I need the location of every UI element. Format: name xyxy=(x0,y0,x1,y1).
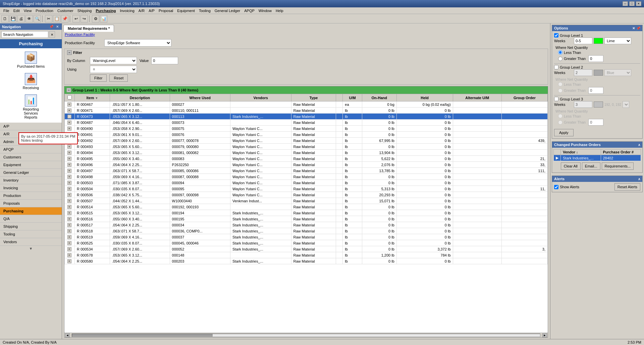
toolbar-redo[interactable]: ↪ xyxy=(80,15,88,22)
table-row[interactable]: + R 000534 .057/.069 X 2.60... 000052 St… xyxy=(65,246,548,252)
group3-checkbox[interactable] xyxy=(554,97,558,101)
group1-color-box[interactable] xyxy=(594,38,603,44)
col-desc[interactable]: Description xyxy=(110,94,170,101)
col-flag[interactable] xyxy=(336,94,343,101)
filter-header[interactable]: − Filter xyxy=(67,50,545,55)
menu-ap[interactable]: A/P xyxy=(147,8,157,13)
table-row[interactable]: + R 000503 .071/.085 X 3.87... 000094 Wa… xyxy=(65,180,548,186)
group1-color-select[interactable]: Lime Blue Yellow xyxy=(604,38,631,44)
menu-tooling[interactable]: Tooling xyxy=(197,8,213,13)
table-row[interactable]: + R 000516 .055/.060 X 3.40... 000195 St… xyxy=(65,216,548,222)
options-close-button[interactable]: ✕ xyxy=(632,26,635,30)
toolbar-new[interactable]: 🗋 xyxy=(1,15,9,22)
tab-material-requirements[interactable]: Material Requirements * xyxy=(63,25,114,32)
nav-item-shipping[interactable]: Shipping xyxy=(0,223,62,230)
breadcrumb-link[interactable]: Production Facility xyxy=(65,32,95,37)
group1-checkbox[interactable] xyxy=(554,33,558,38)
close-button[interactable]: ✕ xyxy=(636,1,641,6)
nav-item-gl[interactable]: General Ledger xyxy=(0,169,62,177)
nav-item-apqp[interactable]: APQP xyxy=(0,146,62,153)
menu-production[interactable]: Production xyxy=(34,8,55,13)
nav-item-proposals[interactable]: Proposals xyxy=(0,200,62,207)
group2-checkbox[interactable] xyxy=(554,65,558,69)
breadcrumb[interactable]: Production Facility xyxy=(62,32,550,37)
table-row[interactable]: + R 000517 .054/.064 X 2.25... 000034 St… xyxy=(65,222,548,228)
clear-all-button[interactable]: Clear All xyxy=(561,162,581,170)
nav-item-inventory[interactable]: Inventory xyxy=(0,177,62,184)
reset-alerts-button[interactable]: Reset Alerts xyxy=(614,183,640,191)
nav-item-ap[interactable]: A/P xyxy=(0,123,62,130)
row-expand-button[interactable]: + xyxy=(67,127,71,131)
table-row[interactable]: + R 000504 .030/.035 X 8.07... 000095 Wa… xyxy=(65,186,548,192)
nav-reporting[interactable]: 📊 Reporting Services Reports xyxy=(16,93,46,121)
row-expand-button[interactable]: + xyxy=(67,199,71,203)
group2-weeks-input[interactable] xyxy=(574,69,592,76)
row-expand-button[interactable]: + xyxy=(67,187,71,191)
row-expand-button[interactable]: + xyxy=(67,163,71,167)
show-alerts-checkbox[interactable] xyxy=(554,185,558,189)
col-um[interactable]: U/M xyxy=(343,94,362,101)
nav-item-customers[interactable]: Customers xyxy=(0,153,62,161)
toolbar-search[interactable]: 🔍 xyxy=(34,15,41,22)
col-onhand[interactable]: On-Hand xyxy=(362,94,396,101)
row-expand-button[interactable]: + xyxy=(67,181,71,185)
menu-invoicing[interactable]: Invoicing xyxy=(118,8,136,13)
table-row[interactable]: + R 000495 .055/.060 X 3.40... 000083 Wa… xyxy=(65,156,548,162)
group1-less-than-radio[interactable] xyxy=(558,50,562,55)
nav-item-vendors[interactable]: Vendors xyxy=(0,238,62,246)
table-row[interactable]: + R 000514 .053/.065 X 5.60... 000192, 0… xyxy=(65,204,548,210)
table-row[interactable]: + R 000493 .053/.065 X 5.60... 000079, 0… xyxy=(65,144,548,150)
nav-item-qa[interactable]: Q/A xyxy=(0,215,62,223)
row-expand-button[interactable]: + xyxy=(67,247,71,251)
toolbar-preview[interactable]: 👁 xyxy=(25,15,33,22)
table-row[interactable]: + R 000497 .063/.071 X 58.7... 000085, 0… xyxy=(65,168,548,174)
menu-apqp[interactable]: APQP xyxy=(242,8,257,13)
table-row[interactable]: + R 000471 .057/.069 X 2.60... 000110, 0… xyxy=(65,108,548,114)
menu-gl[interactable]: General Ledger xyxy=(213,8,242,13)
row-expand-button[interactable]: + xyxy=(67,241,71,245)
row-expand-button[interactable]: + xyxy=(67,175,71,179)
table-row[interactable]: + R 000467 .051/.057 X 1.80... 000027 Ra… xyxy=(65,101,548,108)
row-expand-button[interactable]: + xyxy=(67,109,71,113)
row-expand-button[interactable]: + xyxy=(67,235,71,239)
scroll-left-button[interactable]: ◄ xyxy=(65,333,70,337)
changed-po-collapse[interactable]: ∧ xyxy=(638,143,640,147)
group3-weeks-input[interactable] xyxy=(574,101,592,108)
col-type[interactable]: Type xyxy=(291,94,336,101)
reset-button[interactable]: Reset xyxy=(109,74,128,82)
nav-item-invoicing[interactable]: Invoicing xyxy=(0,184,62,192)
row-expand-button[interactable]: + xyxy=(67,193,71,197)
filter-value-input[interactable] xyxy=(151,57,178,64)
row-expand-button[interactable]: + xyxy=(67,259,71,263)
group1-greater-than-input[interactable] xyxy=(588,55,603,62)
menu-edit[interactable]: Edit xyxy=(11,8,22,13)
filter-button[interactable]: Filter xyxy=(90,74,107,82)
nav-item-purchasing[interactable]: Purchasing xyxy=(0,207,62,215)
toolbar-print[interactable]: 🖨 xyxy=(17,15,25,22)
search-input[interactable]: Search Navigation xyxy=(1,31,48,38)
nav-item-equipment[interactable]: Equipment xyxy=(0,161,62,169)
menu-file[interactable]: File xyxy=(1,8,11,13)
menu-ar[interactable]: A/R xyxy=(137,8,147,13)
menu-equipment[interactable]: Equipment xyxy=(175,8,197,13)
col-group-order[interactable]: Group Order xyxy=(501,94,547,101)
table-row[interactable]: + R 000496 .054/.064 X 2.25... P2632250 … xyxy=(65,162,548,168)
using-select[interactable]: = < > xyxy=(90,66,137,73)
po-row[interactable]: ▶ Stark Industries_... 28402 xyxy=(554,155,641,161)
menu-customer[interactable]: Customer xyxy=(55,8,75,13)
table-row[interactable]: + R 000491 .053/.061 X 9.01... 000076 Wa… xyxy=(65,132,548,138)
col-where-used[interactable]: Where Used xyxy=(170,94,230,101)
row-expand-button[interactable]: + xyxy=(67,205,71,209)
col-po-num[interactable]: Purchase Order # xyxy=(601,149,641,155)
nav-pin-button[interactable]: 📌 xyxy=(48,24,54,29)
menu-proposal[interactable]: Proposal xyxy=(157,8,175,13)
group-collapse-button[interactable]: − xyxy=(66,88,71,92)
row-expand-button[interactable]: + xyxy=(67,253,71,257)
toolbar-undo[interactable]: ↩ xyxy=(72,15,80,22)
toolbar-chart[interactable]: 📊 xyxy=(100,15,107,22)
row-expand-button[interactable]: + xyxy=(67,115,71,119)
table-row[interactable]: + R 000487 .046/.054 X 6.40... 000073 Ra… xyxy=(65,120,548,126)
row-expand-button[interactable]: + xyxy=(67,157,71,161)
row-expand-button[interactable]: + xyxy=(67,211,71,215)
toolbar-copy[interactable]: 📋 xyxy=(53,15,60,22)
